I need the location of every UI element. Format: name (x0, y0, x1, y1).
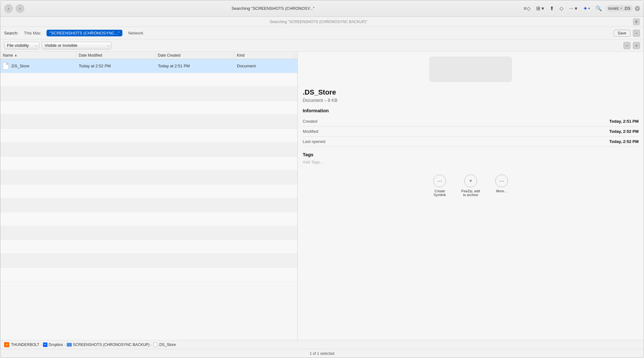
share-button[interactable]: ⬆ (548, 4, 556, 13)
table-row-empty (0, 268, 297, 282)
ds-store-file-icon (153, 343, 157, 347)
search-scope-bar: Search: This Mac "SCREENSHOTS (CHRONOSYN… (0, 27, 644, 40)
preview-pane: .DS_Store Document – 8 KB Information Cr… (298, 52, 644, 340)
table-row-empty (0, 157, 297, 170)
table-row-empty (0, 143, 297, 157)
kind-cell: Document (234, 59, 294, 73)
subtitle-bar: Searching "SCREENSHOTS (CHRONOSYNC BACKU… (0, 17, 644, 27)
date-modified-column-header[interactable]: Date Modified (76, 52, 155, 59)
filter-row: File visibility File name Kind Date modi… (0, 40, 644, 52)
grid-view-icon: ⊞ ▾ (536, 5, 544, 11)
information-section-title: Information (303, 108, 639, 113)
more-icon: ··· ▾ (569, 5, 577, 11)
search-query: .DS (623, 6, 630, 11)
back-button[interactable]: ‹ (4, 4, 13, 13)
more-button[interactable]: ··· ▾ (567, 4, 579, 13)
status-text: 1 of 1 selected (310, 351, 334, 356)
table-row-empty (0, 226, 297, 240)
created-value: Today, 2:51 PM (609, 119, 639, 124)
content-area: Name ▲ Date Modified Date Created Kind (0, 52, 644, 340)
table-row-empty (0, 254, 297, 268)
search-label: Search: (4, 31, 18, 35)
tags-title: Tags (303, 152, 639, 157)
more-actions-button[interactable]: ··· More... (495, 175, 508, 197)
subtitle-text: Searching "SCREENSHOTS (CHRONOSYNC BACKU… (4, 20, 633, 24)
dropbox-button[interactable]: ✦ ▾ (581, 4, 592, 13)
search-pill: NAME ▾ .DS (606, 5, 633, 12)
filter-type-select[interactable]: File visibility File name Kind Date modi… (4, 42, 39, 49)
filter-type-wrapper: File visibility File name Kind Date modi… (4, 42, 39, 49)
screenshots-folder-icon (67, 343, 72, 347)
breadcrumb-screenshots-folder[interactable]: SCREENSHOTS (CHRONOSYNC BACKUP) (73, 343, 150, 347)
table-row-empty (0, 184, 297, 198)
add-tags-field[interactable]: Add Tags... (303, 160, 639, 164)
date-created-cell: Today at 2:51 PM (155, 59, 234, 73)
toolbar-icons: ≡◇ ⊞ ▾ ⬆ ◇ ··· ▾ ✦ ▾ 🔍 NAME ▾ (522, 4, 640, 13)
search-button[interactable]: 🔍 (594, 4, 604, 13)
list-view-icon: ≡◇ (523, 5, 530, 11)
create-symlink-button[interactable]: ··· CreateSymlink (433, 175, 446, 197)
table-row-empty (0, 212, 297, 226)
sort-asc-icon: ▲ (14, 53, 17, 57)
date-created-column-header[interactable]: Date Created (155, 52, 234, 59)
add-tab-button[interactable]: + (633, 18, 640, 25)
breadcrumb-sep-2: › (64, 343, 65, 347)
peazip-label: PeaZip, addto archive (461, 189, 480, 197)
peazip-icon: + (464, 175, 477, 187)
grid-view-button[interactable]: ⊞ ▾ (534, 4, 546, 13)
remove-filter-button[interactable]: − (623, 42, 630, 49)
filter-value-select[interactable]: Visible or Invisible Visible only Invisi… (42, 42, 111, 49)
share-icon: ⬆ (550, 5, 554, 11)
dropbox-icon: ✦ (583, 5, 588, 12)
current-folder-button[interactable]: "SCREENSHOTS (CHRONOSYNC..." (46, 30, 123, 36)
filter-value-wrapper: Visible or Invisible Visible only Invisi… (42, 42, 111, 49)
preview-thumbnail (430, 57, 512, 82)
column-headers: Name ▲ Date Modified Date Created Kind (0, 52, 297, 59)
this-mac-button[interactable]: This Mac (21, 30, 44, 36)
kind-column-header[interactable]: Kind (234, 52, 294, 59)
created-info-row: Created Today, 2:51 PM (303, 116, 639, 127)
peazip-button[interactable]: + PeaZip, addto archive (461, 175, 480, 197)
create-symlink-label: CreateSymlink (434, 189, 446, 197)
breadcrumb-ds-store[interactable]: .DS_Store (158, 343, 176, 347)
minus-icon: − (635, 31, 638, 36)
network-button[interactable]: Network (125, 30, 146, 36)
preview-meta: Document – 8 KB (303, 98, 639, 103)
tag-icon: ◇ (560, 5, 563, 11)
close-search-button[interactable]: ✕ (635, 6, 640, 11)
table-row-empty (0, 73, 297, 87)
last-opened-label: Last opened (303, 139, 325, 144)
table-row[interactable]: .DS_Store Today at 2:52 PM Today at 2:51… (0, 59, 297, 73)
save-search-button[interactable]: Save (614, 30, 630, 37)
close-icon: ✕ (636, 7, 639, 10)
table-row-empty (0, 87, 297, 101)
search-pill-value-display: ▾ (620, 6, 622, 10)
file-list-pane: Name ▲ Date Modified Date Created Kind (0, 52, 298, 340)
dropbox-folder-icon: ✦ (43, 343, 47, 347)
breadcrumb-thunderbolt[interactable]: THUNDERBOLT (11, 343, 39, 347)
breadcrumb: ⚡ THUNDERBOLT › ✦ Dropbox › SCREENSHOTS … (0, 340, 644, 349)
remove-search-button[interactable]: − (633, 30, 640, 37)
finder-window: ‹ › Searching "SCREENSHOTS (CHRONOSY..."… (0, 0, 644, 358)
table-row-empty (0, 170, 297, 184)
dropbox-chevron-icon: ▾ (588, 7, 590, 10)
forward-button[interactable]: › (15, 4, 24, 13)
name-column-header[interactable]: Name ▲ (0, 52, 76, 59)
status-bar: 1 of 1 selected (0, 349, 644, 358)
tag-button[interactable]: ◇ (558, 4, 565, 13)
created-label: Created (303, 119, 317, 124)
breadcrumb-dropbox[interactable]: Dropbox (49, 343, 63, 347)
search-icon: 🔍 (596, 5, 602, 11)
add-filter-button[interactable]: + (633, 42, 640, 49)
breadcrumb-sep-1: › (40, 343, 42, 347)
more-actions-icon: ··· (495, 175, 508, 187)
file-type-icon (3, 63, 9, 70)
add-tab-icon: + (635, 19, 638, 25)
create-symlink-icon: ··· (433, 175, 446, 187)
list-view-button[interactable]: ≡◇ (522, 4, 532, 13)
file-rows: .DS_Store Today at 2:52 PM Today at 2:51… (0, 59, 297, 340)
modified-label: Modified (303, 129, 318, 134)
table-row-empty (0, 129, 297, 143)
preview-filename: .DS_Store (303, 88, 639, 96)
file-name-cell: .DS_Store (0, 59, 76, 73)
